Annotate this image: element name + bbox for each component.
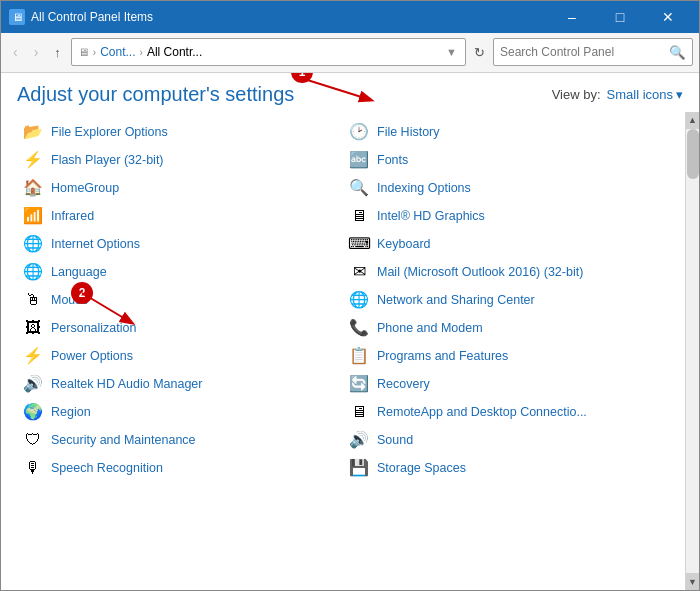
panel-item-intel-hd-graphics[interactable]: 🖥Intel® HD Graphics	[343, 202, 669, 230]
storage-spaces-icon: 💾	[349, 458, 369, 478]
phone-modem-icon: 📞	[349, 318, 369, 338]
panel-item-remoteapp[interactable]: 🖥RemoteApp and Desktop Connectio...	[343, 398, 669, 426]
panel-item-security-maintenance[interactable]: 🛡Security and Maintenance	[17, 426, 343, 454]
keyboard-label: Keyboard	[377, 237, 431, 251]
breadcrumb[interactable]: 🖥 › Cont... › All Contr... ▼	[71, 38, 466, 66]
view-by-label: View by:	[552, 87, 601, 102]
panel-item-mouse[interactable]: 🖱Mouse	[17, 286, 343, 314]
close-button[interactable]: ✕	[645, 1, 691, 33]
internet-options-label: Internet Options	[51, 237, 140, 251]
power-options-icon: ⚡	[23, 346, 43, 366]
recovery-label: Recovery	[377, 377, 430, 391]
breadcrumb-icon: 🖥	[78, 46, 89, 58]
homegroup-label: HomeGroup	[51, 181, 119, 195]
personalization-icon: 🖼	[23, 318, 43, 338]
panel-item-region[interactable]: 🌍Region	[17, 398, 343, 426]
fonts-icon: 🔤	[349, 150, 369, 170]
panel-item-language[interactable]: 🌐Language	[17, 258, 343, 286]
breadcrumb-item-1[interactable]: Cont...	[100, 45, 135, 59]
flash-player-label: Flash Player (32-bit)	[51, 153, 164, 167]
breadcrumb-item-2[interactable]: All Contr...	[147, 45, 202, 59]
fonts-label: Fonts	[377, 153, 408, 167]
chevron-icon-2: ›	[140, 47, 143, 58]
back-button[interactable]: ‹	[7, 40, 24, 64]
realtek-audio-icon: 🔊	[23, 374, 43, 394]
view-by-area: 1 View by: Small icons ▾	[552, 87, 683, 102]
items-area: 📂File Explorer Options🕑File History⚡Flas…	[1, 112, 699, 590]
search-icon[interactable]: 🔍	[669, 45, 686, 60]
panel-item-network-sharing[interactable]: 🌐Network and Sharing Center	[343, 286, 669, 314]
keyboard-icon: ⌨	[349, 234, 369, 254]
scroll-down-arrow[interactable]: ▼	[686, 573, 700, 590]
scrollbar[interactable]: ▲ ▼	[685, 112, 699, 590]
speech-recognition-label: Speech Recognition	[51, 461, 163, 475]
scroll-thumb[interactable]	[687, 129, 699, 179]
refresh-button[interactable]: ↻	[470, 41, 489, 64]
realtek-audio-label: Realtek HD Audio Manager	[51, 377, 202, 391]
storage-spaces-label: Storage Spaces	[377, 461, 466, 475]
flash-player-icon: ⚡	[23, 150, 43, 170]
panel-item-speech-recognition[interactable]: 🎙Speech Recognition	[17, 454, 343, 482]
panel-item-fonts[interactable]: 🔤Fonts	[343, 146, 669, 174]
panel-item-file-explorer-options[interactable]: 📂File Explorer Options	[17, 118, 343, 146]
internet-options-icon: 🌐	[23, 234, 43, 254]
remoteapp-icon: 🖥	[349, 402, 369, 422]
window: 🖥 All Control Panel Items – □ ✕ ‹ › ↑ 🖥 …	[0, 0, 700, 591]
arrow-1	[301, 78, 401, 108]
programs-features-label: Programs and Features	[377, 349, 508, 363]
panel-item-infrared[interactable]: 📶Infrared	[17, 202, 343, 230]
panel-item-mail[interactable]: ✉Mail (Microsoft Outlook 2016) (32-bit)	[343, 258, 669, 286]
forward-button[interactable]: ›	[28, 40, 45, 64]
breadcrumb-dropdown[interactable]: ▼	[444, 46, 459, 58]
remoteapp-label: RemoteApp and Desktop Connectio...	[377, 405, 587, 419]
panel-item-keyboard[interactable]: ⌨Keyboard	[343, 230, 669, 258]
mouse-icon: 🖱	[23, 290, 43, 310]
search-box: 🔍	[493, 38, 693, 66]
window-controls: – □ ✕	[549, 1, 691, 33]
panel-item-indexing-options[interactable]: 🔍Indexing Options	[343, 174, 669, 202]
panel-item-personalization[interactable]: 🖼Personalization	[17, 314, 343, 342]
intel-hd-graphics-label: Intel® HD Graphics	[377, 209, 485, 223]
panel-item-programs-features[interactable]: 📋Programs and Features	[343, 342, 669, 370]
phone-modem-label: Phone and Modem	[377, 321, 483, 335]
scroll-up-arrow[interactable]: ▲	[686, 112, 700, 129]
panel-item-internet-options[interactable]: 🌐Internet Options	[17, 230, 343, 258]
maximize-button[interactable]: □	[597, 1, 643, 33]
speech-recognition-icon: 🎙	[23, 458, 43, 478]
svg-line-0	[301, 78, 371, 100]
file-history-label: File History	[377, 125, 440, 139]
search-input[interactable]	[500, 45, 669, 59]
sound-label: Sound	[377, 433, 413, 447]
security-maintenance-icon: 🛡	[23, 430, 43, 450]
view-by-arrow-icon: ▾	[676, 87, 683, 102]
sound-icon: 🔊	[349, 430, 369, 450]
mail-icon: ✉	[349, 262, 369, 282]
recovery-icon: 🔄	[349, 374, 369, 394]
file-history-icon: 🕑	[349, 122, 369, 142]
region-label: Region	[51, 405, 91, 419]
mail-label: Mail (Microsoft Outlook 2016) (32-bit)	[377, 265, 583, 279]
panel-item-storage-spaces[interactable]: 💾Storage Spaces	[343, 454, 669, 482]
up-button[interactable]: ↑	[48, 41, 67, 64]
panel-item-power-options[interactable]: ⚡Power Options	[17, 342, 343, 370]
panel-item-realtek-audio[interactable]: 🔊Realtek HD Audio Manager	[17, 370, 343, 398]
panel-item-recovery[interactable]: 🔄Recovery	[343, 370, 669, 398]
network-sharing-label: Network and Sharing Center	[377, 293, 535, 307]
minimize-button[interactable]: –	[549, 1, 595, 33]
items-grid: 📂File Explorer Options🕑File History⚡Flas…	[1, 112, 685, 590]
programs-features-icon: 📋	[349, 346, 369, 366]
view-by-dropdown[interactable]: Small icons ▾	[607, 87, 683, 102]
infrared-label: Infrared	[51, 209, 94, 223]
panel-item-phone-modem[interactable]: 📞Phone and Modem	[343, 314, 669, 342]
panel-item-flash-player[interactable]: ⚡Flash Player (32-bit)	[17, 146, 343, 174]
annotation-1: 1	[291, 73, 401, 108]
panel-item-homegroup[interactable]: 🏠HomeGroup	[17, 174, 343, 202]
window-title: All Control Panel Items	[31, 10, 549, 24]
file-explorer-options-label: File Explorer Options	[51, 125, 168, 139]
panel-item-file-history[interactable]: 🕑File History	[343, 118, 669, 146]
file-explorer-options-icon: 📂	[23, 122, 43, 142]
personalization-label: Personalization	[51, 321, 136, 335]
indexing-options-icon: 🔍	[349, 178, 369, 198]
panel-item-sound[interactable]: 🔊Sound	[343, 426, 669, 454]
chevron-icon: ›	[93, 47, 96, 58]
